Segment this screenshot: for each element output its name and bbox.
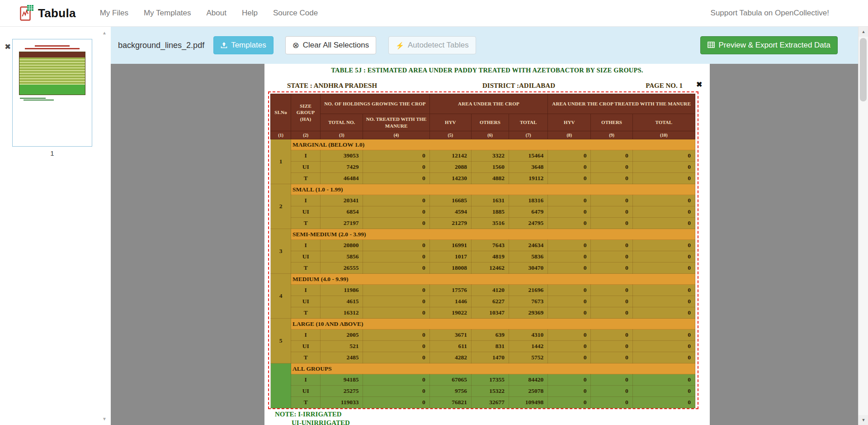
lightning-icon: ⚡ bbox=[396, 42, 404, 49]
note-line-2: UI-UNIRRIGATED bbox=[292, 419, 350, 425]
brand-wrap: Tabula bbox=[20, 5, 76, 21]
page-number-label: 1 bbox=[12, 149, 92, 157]
page-no-label: PAGE NO. 1 bbox=[646, 82, 683, 90]
nav-item-my-templates[interactable]: My Templates bbox=[136, 9, 199, 18]
templates-button-label: Templates bbox=[231, 40, 266, 51]
nav-item-source-code[interactable]: Source Code bbox=[265, 9, 326, 18]
document-area: TABLE 5J : ESTIMATED AREA UNDER PADDY TR… bbox=[111, 64, 858, 425]
remove-file-button[interactable]: ✖ bbox=[5, 43, 11, 51]
templates-button[interactable]: Templates bbox=[213, 36, 273, 55]
main-panel: background_lines_2.pdf Templates ⊗ Clear… bbox=[111, 27, 858, 425]
thumbnail-image bbox=[14, 41, 90, 144]
scroll-thumb[interactable] bbox=[860, 38, 867, 101]
brand-title: Tabula bbox=[38, 6, 76, 20]
pdf-page[interactable]: TABLE 5J : ESTIMATED AREA UNDER PADDY TR… bbox=[264, 64, 710, 425]
nav-item-help[interactable]: Help bbox=[234, 9, 265, 18]
toolbar: background_lines_2.pdf Templates ⊗ Clear… bbox=[111, 27, 858, 64]
preview-export-button[interactable]: Preview & Export Extracted Data bbox=[700, 36, 838, 55]
support-link[interactable]: Support Tabula on OpenCollective! bbox=[711, 9, 829, 18]
clear-button-label: Clear All Selections bbox=[303, 40, 369, 51]
filename-label: background_lines_2.pdf bbox=[118, 41, 204, 50]
navbar-menu: My FilesMy TemplatesAboutHelpSource Code bbox=[92, 9, 326, 18]
window-scrollbar[interactable]: ▲ ▼ bbox=[858, 27, 868, 425]
scroll-down-button[interactable]: ▼ bbox=[859, 415, 868, 425]
selection-overlay[interactable] bbox=[268, 91, 698, 409]
navbar: Tabula My FilesMy TemplatesAboutHelpSour… bbox=[0, 0, 868, 27]
clear-all-selections-button[interactable]: ⊗ Clear All Selections bbox=[285, 36, 377, 55]
page-thumbnail[interactable] bbox=[12, 39, 92, 147]
autodetect-tables-button[interactable]: ⚡ Autodetect Tables bbox=[388, 36, 476, 55]
clear-circle-x-icon: ⊗ bbox=[292, 41, 299, 49]
nav-item-about[interactable]: About bbox=[199, 9, 234, 18]
autodetect-button-label: Autodetect Tables bbox=[408, 40, 469, 51]
templates-icon bbox=[221, 42, 227, 49]
app-frame: ✖ 1 ▲ ▼ background_lines_2.pdf bbox=[0, 27, 868, 425]
selection-close-button[interactable]: ✖ bbox=[696, 81, 702, 88]
table-grid-icon bbox=[708, 42, 715, 49]
sidebar-scroll-up-icon[interactable]: ▲ bbox=[102, 30, 107, 35]
district-label: DISTRICT :ADILABAD bbox=[482, 82, 555, 90]
pdf-table-title: TABLE 5J : ESTIMATED AREA UNDER PADDY TR… bbox=[264, 67, 710, 74]
note-line-1: NOTE: I-IRRIGATED bbox=[275, 411, 342, 418]
nav-item-my-files[interactable]: My Files bbox=[92, 9, 136, 18]
scroll-up-button[interactable]: ▲ bbox=[859, 27, 868, 37]
export-button-label: Preview & Export Extracted Data bbox=[718, 40, 830, 51]
pdf-meta-line: STATE : ANDHRA PRADESH DISTRICT :ADILABA… bbox=[264, 82, 710, 91]
sidebar-scroll-down-icon[interactable]: ▼ bbox=[102, 416, 107, 421]
sidebar: ✖ 1 ▲ ▼ bbox=[0, 27, 111, 425]
tabula-logo-icon bbox=[20, 5, 33, 21]
state-label: STATE : ANDHRA PRADESH bbox=[287, 82, 377, 90]
